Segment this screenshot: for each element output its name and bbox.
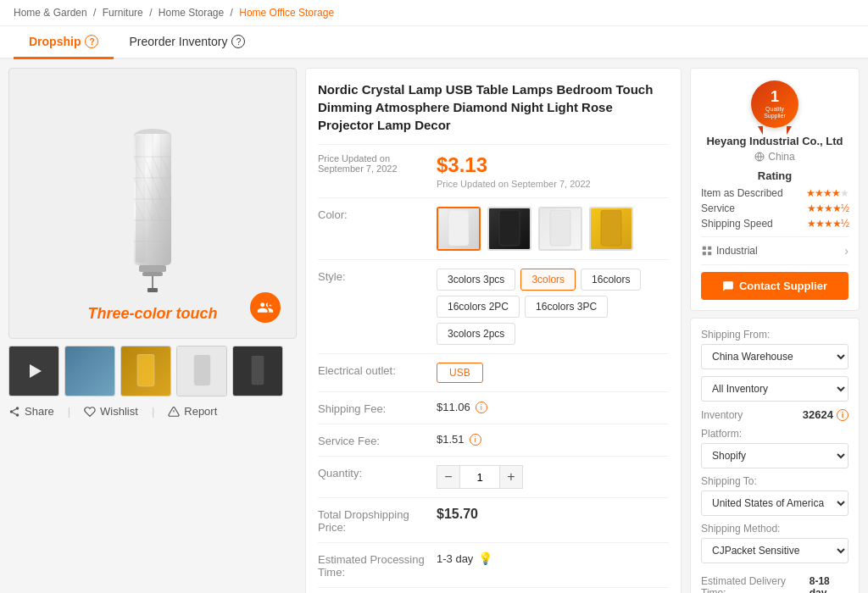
svg-rect-26: [147, 288, 158, 292]
total-label: Total Dropshipping Price:: [318, 507, 437, 534]
delivery-value: 8-18 day: [810, 575, 849, 593]
platform-select[interactable]: Shopify: [701, 443, 849, 468]
bulb-icon: 💡: [478, 551, 492, 565]
svg-rect-47: [703, 252, 706, 255]
product-images-panel: Three-color touch +: [8, 68, 297, 593]
thumbnail-1[interactable]: [64, 346, 115, 396]
dropship-help-icon[interactable]: ?: [85, 35, 98, 48]
breadcrumb-item-1[interactable]: Furniture: [103, 7, 143, 19]
style-btn-2[interactable]: 16colors: [581, 269, 641, 291]
preorder-help-icon[interactable]: ?: [231, 35, 245, 48]
shipping-to-select[interactable]: United States of America (the): [701, 490, 849, 516]
thumbnail-3[interactable]: [176, 346, 227, 396]
total-price: $15.70: [437, 507, 669, 522]
thumbnail-4[interactable]: [232, 346, 283, 396]
service-fee-value: $1.51 i: [437, 433, 669, 446]
report-button[interactable]: Report: [168, 405, 217, 418]
outlet-btn-usb[interactable]: USB: [437, 363, 483, 383]
svg-rect-30: [194, 355, 210, 385]
contact-supplier-button[interactable]: Contact Supplier: [701, 272, 849, 300]
shipping-from-select[interactable]: China Warehouse: [701, 344, 849, 369]
quantity-input[interactable]: [460, 465, 499, 489]
price-value-area: $3.13 Price Updated on September 7, 2022: [437, 153, 669, 189]
tabs-bar: Dropship ? Preorder Inventory ?: [0, 26, 868, 59]
svg-line-36: [13, 408, 16, 410]
delivery-row: Estimated Delivery Time: 8-18 day: [701, 575, 849, 593]
shipping-fee-info-icon[interactable]: i: [476, 402, 487, 413]
shipping-method-select[interactable]: CJPacket Sensitive: [701, 538, 849, 563]
rating-row-1: Service ★★★★½: [701, 202, 849, 214]
color-label: Color:: [318, 207, 437, 221]
processing-row: Estimated Processing Time: 1-3 day 💡: [318, 542, 669, 587]
style-label: Style:: [318, 269, 437, 283]
shipping-to-label: Shipping To:: [701, 475, 849, 487]
tab-dropship[interactable]: Dropship ?: [14, 26, 114, 59]
product-title: Nordic Crystal Lamp USB Table Lamps Bedr…: [318, 80, 669, 134]
main-product-image: Three-color touch +: [8, 68, 297, 339]
quantity-increase-button[interactable]: +: [499, 465, 523, 489]
inventory-info-icon[interactable]: i: [837, 409, 849, 421]
rating-row-0: Item as Described ★★★★★: [701, 187, 849, 199]
svg-rect-48: [708, 252, 711, 255]
badge-ribbon: 1 QualitySupplier: [751, 80, 798, 128]
shipping-section: Shipping From: China Warehouse All Inven…: [690, 318, 860, 593]
product-detail-panel: Nordic Crystal Lamp USB Table Lamps Bedr…: [305, 68, 682, 593]
add-to-import-button[interactable]: +: [250, 292, 281, 323]
svg-rect-45: [703, 247, 706, 250]
quantity-control-area: − +: [437, 465, 669, 489]
category-row[interactable]: Industrial ›: [701, 236, 849, 265]
service-fee-info-icon[interactable]: i: [470, 434, 481, 446]
shipping-from-label: Shipping From:: [701, 329, 849, 341]
style-row: Style: 3colors 3pcs 3colors 16colors 16c…: [318, 259, 669, 353]
breadcrumb-item-0[interactable]: Home & Garden: [14, 7, 87, 19]
price-updated: Price Updated on September 7, 2022: [437, 179, 669, 189]
svg-rect-23: [139, 265, 166, 272]
quantity-decrease-button[interactable]: −: [437, 465, 460, 489]
outlet-label: Electrical outlet:: [318, 363, 437, 377]
delivery-label: Estimated Delivery Time:: [701, 575, 810, 593]
svg-rect-41: [550, 210, 570, 246]
breadcrumb-item-2[interactable]: Home Storage: [159, 7, 224, 19]
share-button[interactable]: Share: [8, 405, 54, 418]
inventory-filter-select[interactable]: All Inventory: [701, 376, 849, 402]
color-swatch-3[interactable]: [589, 207, 633, 251]
style-btn-1[interactable]: 3colors: [520, 269, 576, 291]
svg-rect-31: [252, 356, 264, 385]
processing-value: 1-3 day 💡: [437, 551, 669, 565]
supplier-card: 1 QualitySupplier Heyang Industrial Co.,…: [690, 68, 860, 311]
action-bar: Share | Wishlist | Report: [8, 396, 297, 426]
thumbnail-video[interactable]: [8, 346, 59, 396]
shipping-fee-row: Shipping Fee: $11.06 i: [318, 391, 669, 424]
rating-section: Rating Item as Described ★★★★★ Service ★…: [701, 169, 849, 230]
platform-label: Platform:: [701, 428, 849, 440]
wishlist-button[interactable]: Wishlist: [84, 405, 138, 418]
shipping-method-label: Shipping Method:: [701, 523, 849, 535]
supplier-country: China: [701, 151, 849, 163]
rating-title: Rating: [701, 169, 849, 182]
color-swatch-0[interactable]: [437, 207, 481, 251]
main-container: Three-color touch +: [0, 59, 868, 593]
service-fee-row: Service Fee: $1.51 i: [318, 424, 669, 456]
style-btn-3[interactable]: 16colors 2PC: [437, 296, 520, 318]
tab-preorder[interactable]: Preorder Inventory ?: [114, 26, 260, 59]
thumbnail-2[interactable]: [120, 346, 171, 396]
color-swatch-2[interactable]: [538, 207, 582, 251]
thumbnail-row: [8, 346, 297, 396]
style-btn-4[interactable]: 16colors 3PC: [525, 296, 608, 318]
total-row: Total Dropshipping Price: $15.70: [318, 497, 669, 542]
style-buttons: 3colors 3pcs 3colors 16colors 16colors 2…: [437, 269, 669, 345]
quality-badge: 1 QualitySupplier: [749, 79, 800, 130]
shipping-fee-label: Shipping Fee:: [318, 401, 437, 415]
color-row: Color:: [318, 197, 669, 259]
svg-rect-40: [499, 210, 520, 246]
rating-row-2: Shipping Speed ★★★★½: [701, 218, 849, 230]
svg-rect-39: [448, 210, 469, 246]
price-row: Price Updated on September 7, 2022 $3.13…: [318, 144, 669, 197]
breadcrumb-item-active[interactable]: Home Office Storage: [239, 7, 334, 19]
main-image-label: Three-color touch: [87, 305, 217, 323]
price-label: Price Updated on September 7, 2022: [318, 153, 437, 174]
breadcrumb: Home & Garden / Furniture / Home Storage…: [0, 0, 868, 26]
style-btn-5[interactable]: 3colors 2pcs: [437, 323, 515, 345]
style-btn-0[interactable]: 3colors 3pcs: [437, 269, 515, 291]
color-swatch-1[interactable]: [487, 207, 531, 251]
